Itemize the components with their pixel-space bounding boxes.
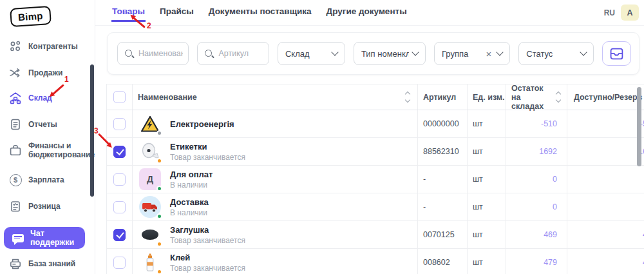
sidebar-item-label: Контрагенты bbox=[28, 42, 78, 51]
status-dropdown[interactable]: Статус bbox=[518, 42, 593, 65]
brand-logo[interactable]: Bimp bbox=[10, 6, 52, 27]
article-cell: - bbox=[418, 193, 468, 220]
salary-icon: $ bbox=[9, 173, 22, 186]
sidebar-item-finance[interactable]: Финансы и бюджетирование bbox=[9, 141, 90, 159]
article-cell: - bbox=[418, 166, 468, 193]
support-chat-label: Чат поддержки bbox=[30, 229, 85, 247]
name-search-input[interactable] bbox=[138, 49, 183, 58]
chat-icon bbox=[12, 231, 24, 244]
annotation-label-2: 2 bbox=[147, 21, 151, 30]
stock-value-link[interactable]: 0 bbox=[553, 202, 557, 211]
article-search-input[interactable] bbox=[218, 49, 263, 58]
warehouse-icon bbox=[9, 92, 22, 104]
status-badge bbox=[156, 158, 162, 164]
unit-cell: шт bbox=[468, 138, 506, 165]
sidebar-item-label: База знаний bbox=[28, 259, 75, 268]
nomenclature-type-dropdown[interactable]: Тип номенклат bbox=[354, 42, 426, 65]
product-status: Товар заканчивается bbox=[170, 264, 245, 273]
stock-value-link[interactable]: -510 bbox=[541, 119, 557, 128]
row-checkbox[interactable] bbox=[113, 229, 126, 241]
language-switcher[interactable]: RU bbox=[604, 8, 615, 17]
row-checkbox[interactable] bbox=[113, 257, 126, 269]
product-name: Доставка bbox=[170, 197, 209, 207]
group-dropdown[interactable]: Группа × bbox=[434, 42, 510, 65]
product-name: Електроенергія bbox=[170, 119, 234, 129]
unit-cell: шт bbox=[468, 193, 506, 220]
article-cell: 00000000 bbox=[418, 110, 468, 137]
product-name: Клей bbox=[170, 253, 245, 262]
column-header-unit: Ед. изм. bbox=[473, 93, 505, 102]
product-icon-glue bbox=[139, 251, 161, 273]
knowledge-base-icon bbox=[9, 257, 22, 270]
avatar[interactable]: A bbox=[621, 5, 639, 21]
product-icon-plug bbox=[139, 224, 161, 246]
sidebar-item-sales[interactable]: Продажи bbox=[9, 66, 90, 79]
product-initial: Д bbox=[147, 174, 153, 184]
stock-value-link[interactable]: 1692 bbox=[539, 147, 557, 156]
sort-icon[interactable] bbox=[556, 92, 560, 102]
chevron-down-icon bbox=[412, 48, 419, 55]
products-table: Наименование Артикул Ед. изм. Остаток на… bbox=[106, 84, 644, 274]
unit-cell: шт bbox=[468, 110, 506, 137]
archive-tray-button[interactable] bbox=[602, 41, 631, 66]
table-row: Клей Товар заканчивается 008602 шт 479 4 bbox=[107, 249, 644, 274]
tab-prices[interactable]: Прайсы bbox=[159, 0, 194, 22]
name-search-field bbox=[117, 42, 189, 65]
sidebar-item-knowledge-base[interactable]: База знаний bbox=[9, 257, 90, 270]
retail-icon bbox=[9, 200, 22, 213]
row-checkbox[interactable] bbox=[113, 146, 126, 158]
product-name: Етикетки bbox=[170, 142, 245, 152]
tab-goods[interactable]: Товары bbox=[111, 0, 146, 22]
row-checkbox[interactable] bbox=[113, 201, 126, 213]
table-header-row: Наименование Артикул Ед. изм. Остаток на… bbox=[107, 84, 644, 110]
sidebar-item-label: Продажи bbox=[28, 68, 62, 77]
sort-icon[interactable] bbox=[406, 92, 410, 102]
product-icon-label-roll bbox=[139, 141, 161, 162]
stock-value-link[interactable]: 469 bbox=[544, 230, 557, 239]
article-search-field bbox=[197, 42, 269, 65]
product-icon-truck bbox=[139, 196, 161, 218]
finance-icon bbox=[9, 144, 22, 157]
row-checkbox[interactable] bbox=[113, 118, 126, 130]
status-badge bbox=[156, 213, 162, 219]
reports-icon bbox=[9, 118, 22, 131]
sidebar-item-label: Розница bbox=[28, 202, 61, 211]
row-checkbox[interactable] bbox=[113, 173, 126, 186]
product-name: Для оплат bbox=[170, 170, 213, 179]
sales-icon bbox=[9, 66, 22, 79]
status-badge bbox=[156, 241, 162, 247]
sidebar-item-label: Финансы и бюджетирование bbox=[28, 141, 90, 159]
product-status: Товар заканчивается bbox=[170, 236, 245, 245]
chevron-down-icon bbox=[497, 48, 504, 55]
product-icon-electricity bbox=[139, 113, 161, 135]
sidebar-item-retail[interactable]: Розница bbox=[9, 200, 90, 213]
select-all-checkbox[interactable] bbox=[113, 91, 126, 103]
sidebar-item-reports[interactable]: Отчеты bbox=[9, 118, 90, 131]
search-icon bbox=[124, 49, 134, 59]
clear-icon[interactable]: × bbox=[486, 49, 492, 59]
table-row: Електроенергія 00000000 шт -510 -5 bbox=[107, 110, 644, 138]
chevron-down-icon bbox=[580, 48, 587, 55]
support-chat-button[interactable]: Чат поддержки bbox=[4, 227, 85, 249]
chevron-down-icon bbox=[331, 48, 338, 55]
table-row: Етикетки Товар заканчивается 88562310 шт… bbox=[107, 138, 644, 166]
sidebar-item-contractors[interactable]: Контрагенты bbox=[9, 40, 90, 53]
stock-value-link[interactable]: 479 bbox=[544, 258, 557, 267]
sidebar-item-label: Отчеты bbox=[28, 120, 57, 129]
unit-cell: шт bbox=[468, 249, 506, 274]
main-scrollbar-thumb[interactable] bbox=[637, 87, 641, 166]
table-row: Заглушка Товар заканчивается 0070125 шт … bbox=[107, 221, 644, 249]
column-header-article: Артикул bbox=[423, 93, 456, 102]
warehouse-dropdown[interactable]: Склад bbox=[278, 42, 345, 65]
article-cell: 008602 bbox=[418, 249, 468, 274]
product-icon-letter: Д bbox=[139, 168, 161, 190]
inbox-tray-icon bbox=[610, 48, 623, 60]
product-status: Товар заканчивается bbox=[170, 153, 245, 162]
sidebar: Bimp Контрагенты Продажи bbox=[0, 0, 95, 274]
app-window: Bimp Контрагенты Продажи bbox=[0, 0, 644, 274]
top-header: Товары Прайсы Документы поставщика Други… bbox=[95, 0, 644, 26]
tab-supplier-documents[interactable]: Документы поставщика bbox=[208, 0, 312, 22]
stock-value-link[interactable]: 0 bbox=[553, 175, 557, 184]
tab-other-documents[interactable]: Другие документы bbox=[326, 0, 408, 22]
sidebar-item-salary[interactable]: $ Зарплата bbox=[9, 173, 90, 186]
